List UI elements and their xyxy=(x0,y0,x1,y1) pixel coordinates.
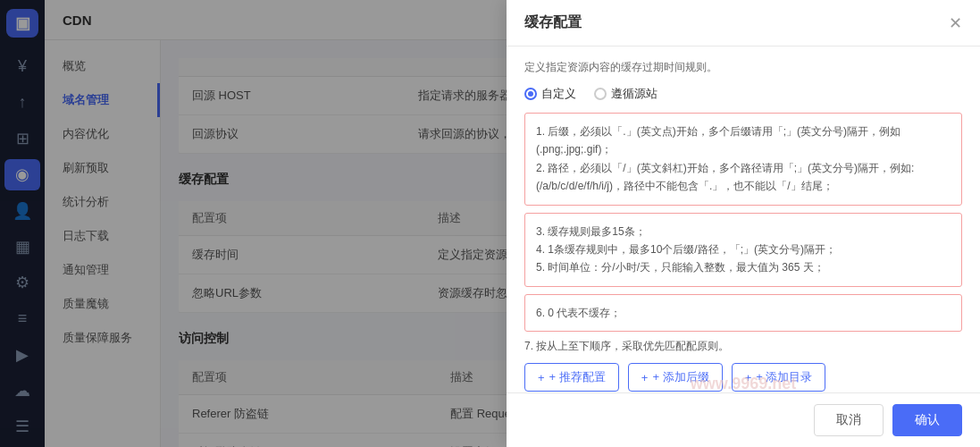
modal-footer: 取消 确认 xyxy=(507,392,980,447)
add-suffix-label: + 添加后缀 xyxy=(652,369,708,385)
recommend-config-button[interactable]: + + 推荐配置 xyxy=(524,363,619,392)
info-box-2: 3. 缓存规则最多15条； 4. 1条缓存规则中，最多10个后缀/路径，「;」(… xyxy=(524,213,962,287)
plus-icon-3: + xyxy=(745,371,752,384)
info-line-3-1: 6. 0 代表不缓存； xyxy=(536,304,951,322)
radio-follow-circle xyxy=(594,88,607,100)
recommend-label: + 推荐配置 xyxy=(549,369,606,385)
modal-overlay: 缓存配置 ✕ 定义指定资源内容的缓存过期时间规则。 自定义 遵循源站 xyxy=(0,0,980,447)
rule7-text: 7. 按从上至下顺序，采取优先匹配配原则。 xyxy=(524,339,962,354)
plus-icon-2: + xyxy=(641,371,649,384)
radio-follow-origin[interactable]: 遵循源站 xyxy=(594,86,658,102)
info-box-1: 1. 后缀，必须以「.」(英文点)开始，多个后缀请用「;」(英文分号)隔开，例如… xyxy=(524,113,962,206)
add-dir-label: + 添加目录 xyxy=(756,369,812,385)
radio-custom[interactable]: 自定义 xyxy=(524,86,576,102)
add-suffix-button[interactable]: + + 添加后缀 xyxy=(628,363,723,392)
info-line-1-1: 1. 后缀，必须以「.」(英文点)开始，多个后缀请用「;」(英文分号)隔开，例如… xyxy=(536,122,951,159)
close-button[interactable]: ✕ xyxy=(949,15,962,31)
info-line-2-3: 5. 时间单位：分/小时/天，只能输入整数，最大值为 365 天； xyxy=(536,258,951,276)
radio-custom-circle xyxy=(524,88,537,100)
confirm-button[interactable]: 确认 xyxy=(892,404,962,436)
info-line-2-1: 3. 缓存规则最多15条； xyxy=(536,223,951,240)
cache-config-modal: 缓存配置 ✕ 定义指定资源内容的缓存过期时间规则。 自定义 遵循源站 xyxy=(507,0,980,447)
radio-group: 自定义 遵循源站 xyxy=(524,86,962,102)
info-line-1-2: 2. 路径，必须以「/」(英文斜杠)开始，多个路径请用「;」(英文分号)隔开，例… xyxy=(536,159,951,196)
plus-icon: + xyxy=(538,371,545,384)
radio-custom-label: 自定义 xyxy=(541,86,576,102)
action-buttons: + + 推荐配置 + + 添加后缀 + + 添加目录 xyxy=(524,363,962,392)
modal-description: 定义指定资源内容的缓存过期时间规则。 xyxy=(524,60,962,75)
add-dir-button[interactable]: + + 添加目录 xyxy=(732,363,826,392)
info-line-2-2: 4. 1条缓存规则中，最多10个后缀/路径，「;」(英文分号)隔开； xyxy=(536,240,951,258)
modal-header: 缓存配置 ✕ xyxy=(507,0,980,46)
radio-follow-label: 遵循源站 xyxy=(611,86,658,102)
info-box-3: 6. 0 代表不缓存； xyxy=(524,294,962,332)
cancel-button[interactable]: 取消 xyxy=(814,404,884,436)
modal-title: 缓存配置 xyxy=(524,13,582,32)
modal-body: 定义指定资源内容的缓存过期时间规则。 自定义 遵循源站 1. 后缀，必须以「.」… xyxy=(507,46,980,392)
footer-buttons: 取消 确认 xyxy=(814,404,962,436)
